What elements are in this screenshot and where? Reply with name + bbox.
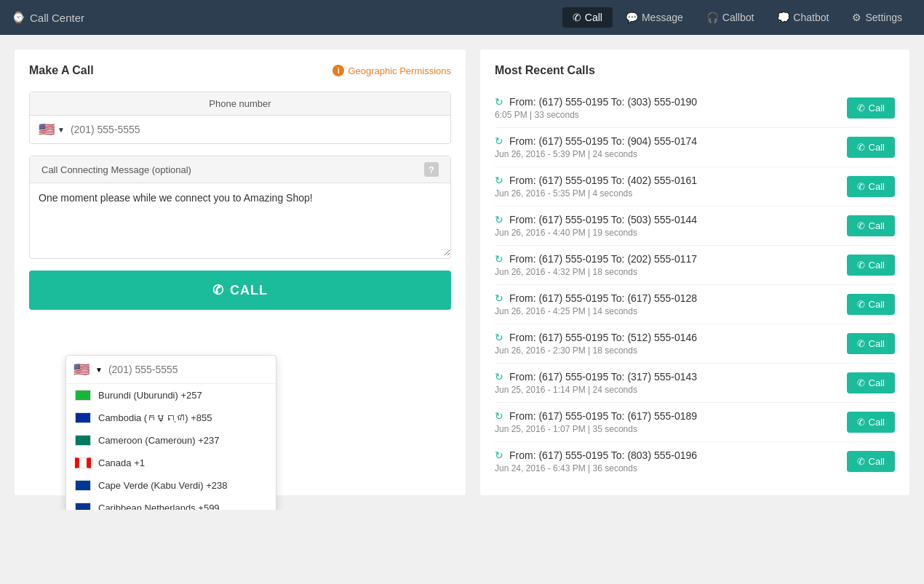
recent-call-btn-label: Call	[869, 377, 885, 388]
call-main: ↻ From: (617) 555-0195 To: (803) 555-019…	[495, 449, 697, 461]
recent-call-button[interactable]: ✆ Call	[847, 451, 895, 472]
phone-input[interactable]	[71, 124, 442, 135]
recent-call-phone-icon: ✆	[857, 260, 865, 271]
dropdown-country-item[interactable]: Cambodia (កម្ពុជា) +855	[66, 407, 276, 429]
recent-call-button[interactable]: ✆ Call	[847, 97, 895, 119]
dropdown-search-input[interactable]	[108, 364, 268, 375]
call-main: ↻ From: (617) 555-0195 To: (202) 555-011…	[495, 253, 697, 265]
connecting-message-textarea[interactable]: One moment please while we connect you t…	[30, 183, 450, 256]
call-item: ↻ From: (617) 555-0195 To: (402) 555-016…	[495, 167, 895, 207]
phone-label: Phone number	[30, 92, 450, 116]
geo-permissions-link[interactable]: i Geographic Permissions	[332, 65, 451, 76]
call-meta: Jun 26, 2016 - 4:40 PM | 19 seconds	[495, 228, 697, 238]
recent-call-phone-icon: ✆	[857, 142, 865, 153]
nav-message[interactable]: 💬 Message	[616, 7, 693, 28]
navbar-nav: ✆ Call 💬 Message 🎧 Callbot 💭 Chatbot ⚙ S…	[562, 7, 912, 28]
country-dropdown: 🇺🇸 ▼ Burundi (Uburundi) +257 Cambodia (ក…	[65, 355, 276, 510]
nav-callbot[interactable]: 🎧 Callbot	[696, 7, 765, 28]
call-refresh-icon: ↻	[495, 214, 503, 225]
call-info: ↻ From: (617) 555-0195 To: (303) 555-019…	[495, 96, 697, 120]
nav-callbot-label: Callbot	[722, 12, 754, 23]
recent-call-phone-icon: ✆	[857, 103, 865, 113]
call-main: ↻ From: (617) 555-0195 To: (317) 555-014…	[495, 371, 697, 383]
call-info: ↻ From: (617) 555-0195 To: (202) 555-011…	[495, 253, 697, 277]
brand-title: Call Center	[30, 12, 84, 24]
recent-call-button[interactable]: ✆ Call	[847, 137, 895, 158]
dropdown-search-row: 🇺🇸 ▼	[66, 356, 276, 384]
nav-chatbot-label: Chatbot	[793, 12, 829, 23]
call-item: ↻ From: (617) 555-0195 To: (303) 555-019…	[495, 89, 895, 128]
recent-call-button[interactable]: ✆ Call	[847, 215, 895, 236]
dropdown-arrow-icon: ▼	[57, 126, 65, 134]
recent-call-button[interactable]: ✆ Call	[847, 412, 895, 433]
call-item: ↻ From: (617) 555-0195 To: (202) 555-011…	[495, 246, 895, 285]
nav-chatbot[interactable]: 💭 Chatbot	[767, 7, 839, 28]
message-nav-icon: 💬	[626, 12, 638, 23]
recent-call-button[interactable]: ✆ Call	[847, 176, 895, 197]
message-label-row: Call Connecting Message (optional) ?	[30, 156, 450, 183]
phone-section: Phone number 🇺🇸 ▼	[29, 92, 451, 144]
call-refresh-icon: ↻	[495, 253, 503, 265]
navbar-brand: ⌚ Call Center	[12, 11, 562, 24]
call-item: ↻ From: (617) 555-0195 To: (503) 555-014…	[495, 207, 895, 246]
navbar: ⌚ Call Center ✆ Call 💬 Message 🎧 Callbot…	[0, 0, 924, 35]
call-button[interactable]: ✆ CALL	[29, 271, 451, 310]
call-refresh-icon: ↻	[495, 332, 503, 343]
call-item: ↻ From: (617) 555-0195 To: (512) 555-014…	[495, 324, 895, 364]
recent-call-button[interactable]: ✆ Call	[847, 294, 895, 315]
panel-title: Make A Call	[29, 64, 94, 77]
recent-call-btn-label: Call	[869, 417, 885, 428]
left-panel: Make A Call i Geographic Permissions Pho…	[15, 49, 466, 495]
recent-call-btn-label: Call	[869, 260, 885, 271]
call-meta: Jun 26, 2016 - 5:35 PM | 4 seconds	[495, 188, 697, 199]
call-from-to: From: (617) 555-0195 To: (202) 555-0117	[509, 253, 697, 265]
country-name: Burundi (Uburundi) +257	[98, 390, 202, 401]
panel-header: Make A Call i Geographic Permissions	[29, 64, 451, 77]
call-info: ↻ From: (617) 555-0195 To: (617) 555-012…	[495, 292, 697, 316]
call-meta: Jun 26, 2016 - 4:32 PM | 18 seconds	[495, 267, 697, 277]
call-info: ↻ From: (617) 555-0195 To: (503) 555-014…	[495, 214, 697, 238]
country-flag-icon	[75, 435, 91, 446]
recent-call-button[interactable]: ✆ Call	[847, 333, 895, 354]
country-flag-icon	[75, 390, 91, 401]
country-flag-icon	[75, 412, 91, 423]
recent-call-btn-label: Call	[869, 181, 885, 192]
nav-call-label: Call	[585, 12, 602, 23]
call-item: ↻ From: (617) 555-0195 To: (617) 555-018…	[495, 403, 895, 442]
call-main: ↻ From: (617) 555-0195 To: (617) 555-018…	[495, 410, 697, 422]
phone-input-row: 🇺🇸 ▼	[30, 116, 450, 143]
call-info: ↻ From: (617) 555-0195 To: (512) 555-014…	[495, 332, 697, 356]
dropdown-country-item[interactable]: Canada +1	[66, 452, 276, 474]
call-refresh-icon: ↻	[495, 96, 503, 108]
country-flag-icon	[75, 457, 91, 468]
call-meta: Jun 26, 2016 - 4:25 PM | 14 seconds	[495, 306, 697, 316]
help-button[interactable]: ?	[424, 162, 439, 177]
dropdown-items-list: Burundi (Uburundi) +257 Cambodia (កម្ពុជ…	[66, 384, 276, 510]
recent-call-phone-icon: ✆	[857, 417, 865, 428]
dropdown-country-item[interactable]: Cape Verde (Kabu Verdi) +238	[66, 474, 276, 497]
country-name: Cape Verde (Kabu Verdi) +238	[98, 480, 227, 491]
call-from-to: From: (617) 555-0195 To: (617) 555-0128	[509, 292, 697, 304]
recent-call-btn-label: Call	[869, 103, 885, 113]
call-from-to: From: (617) 555-0195 To: (402) 555-0161	[509, 175, 697, 186]
nav-settings[interactable]: ⚙ Settings	[842, 7, 912, 28]
recent-call-phone-icon: ✆	[857, 456, 865, 467]
recent-call-btn-label: Call	[869, 220, 885, 231]
call-from-to: From: (617) 555-0195 To: (904) 555-0174	[509, 135, 697, 147]
country-flag-selector[interactable]: 🇺🇸 ▼	[39, 121, 65, 137]
call-nav-icon: ✆	[573, 12, 581, 23]
dropdown-country-item[interactable]: Caribbean Netherlands +599	[66, 497, 276, 510]
country-name: Caribbean Netherlands +599	[98, 503, 220, 510]
call-info: ↻ From: (617) 555-0195 To: (402) 555-016…	[495, 175, 697, 199]
call-main: ↻ From: (617) 555-0195 To: (503) 555-014…	[495, 214, 697, 225]
recent-call-button[interactable]: ✆ Call	[847, 255, 895, 276]
country-flag-icon	[75, 480, 91, 491]
recent-calls-title: Most Recent Calls	[495, 64, 895, 77]
dropdown-country-item[interactable]: Cameroon (Cameroun) +237	[66, 429, 276, 452]
nav-call[interactable]: ✆ Call	[562, 7, 613, 28]
call-from-to: From: (617) 555-0195 To: (303) 555-0190	[509, 96, 697, 108]
recent-call-button[interactable]: ✆ Call	[847, 372, 895, 393]
dropdown-country-item[interactable]: Burundi (Uburundi) +257	[66, 384, 276, 407]
call-info: ↻ From: (617) 555-0195 To: (617) 555-018…	[495, 410, 697, 434]
call-main: ↻ From: (617) 555-0195 To: (904) 555-017…	[495, 135, 697, 147]
